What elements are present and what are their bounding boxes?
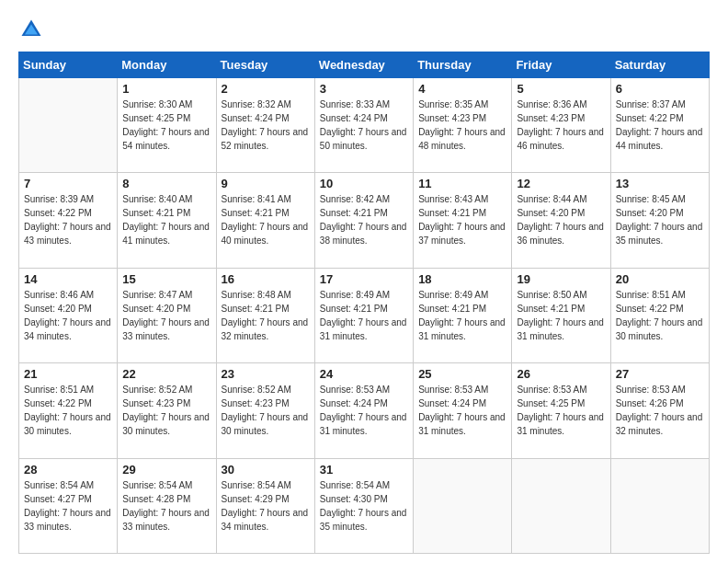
day-info: Sunrise: 8:53 AMSunset: 4:24 PMDaylight:… xyxy=(320,383,408,438)
day-number: 14 xyxy=(24,272,112,286)
day-info: Sunrise: 8:53 AMSunset: 4:26 PMDaylight:… xyxy=(616,383,704,438)
week-row-5: 28Sunrise: 8:54 AMSunset: 4:27 PMDayligh… xyxy=(19,458,710,553)
day-info: Sunrise: 8:30 AMSunset: 4:25 PMDaylight:… xyxy=(122,98,210,153)
day-cell xyxy=(512,458,610,553)
weekday-row: SundayMondayTuesdayWednesdayThursdayFrid… xyxy=(19,52,710,78)
day-cell: 21Sunrise: 8:51 AMSunset: 4:22 PMDayligh… xyxy=(19,363,118,458)
day-number: 10 xyxy=(320,177,408,190)
day-info: Sunrise: 8:43 AMSunset: 4:21 PMDaylight:… xyxy=(418,192,506,247)
day-number: 3 xyxy=(320,82,408,96)
day-number: 28 xyxy=(24,463,112,477)
weekday-header-tuesday: Tuesday xyxy=(216,52,314,78)
day-cell: 26Sunrise: 8:53 AMSunset: 4:25 PMDayligh… xyxy=(512,363,610,458)
day-number: 4 xyxy=(418,82,506,96)
weekday-header-sunday: Sunday xyxy=(19,52,118,78)
day-number: 15 xyxy=(122,272,210,286)
day-info: Sunrise: 8:46 AMSunset: 4:20 PMDaylight:… xyxy=(24,288,112,343)
day-cell: 31Sunrise: 8:54 AMSunset: 4:30 PMDayligh… xyxy=(314,458,413,553)
day-number: 27 xyxy=(616,367,704,381)
day-info: Sunrise: 8:47 AMSunset: 4:20 PMDaylight:… xyxy=(122,288,210,343)
day-info: Sunrise: 8:54 AMSunset: 4:27 PMDaylight:… xyxy=(24,478,112,534)
day-cell: 24Sunrise: 8:53 AMSunset: 4:24 PMDayligh… xyxy=(314,363,413,458)
day-number: 24 xyxy=(320,367,408,381)
day-info: Sunrise: 8:36 AMSunset: 4:23 PMDaylight:… xyxy=(517,98,605,153)
day-number: 9 xyxy=(222,177,310,190)
day-info: Sunrise: 8:49 AMSunset: 4:21 PMDaylight:… xyxy=(418,288,506,343)
day-cell: 7Sunrise: 8:39 AMSunset: 4:22 PMDaylight… xyxy=(19,173,118,268)
day-cell: 23Sunrise: 8:52 AMSunset: 4:23 PMDayligh… xyxy=(216,363,314,458)
day-info: Sunrise: 8:52 AMSunset: 4:23 PMDaylight:… xyxy=(222,383,310,438)
day-cell: 30Sunrise: 8:54 AMSunset: 4:29 PMDayligh… xyxy=(216,458,314,553)
day-info: Sunrise: 8:42 AMSunset: 4:21 PMDaylight:… xyxy=(320,192,408,247)
day-cell: 5Sunrise: 8:36 AMSunset: 4:23 PMDaylight… xyxy=(512,78,610,173)
day-number: 8 xyxy=(122,177,210,190)
day-info: Sunrise: 8:53 AMSunset: 4:25 PMDaylight:… xyxy=(517,383,605,438)
day-cell: 16Sunrise: 8:48 AMSunset: 4:21 PMDayligh… xyxy=(216,268,314,362)
day-info: Sunrise: 8:40 AMSunset: 4:21 PMDaylight:… xyxy=(122,192,210,247)
calendar-header: SundayMondayTuesdayWednesdayThursdayFrid… xyxy=(19,52,710,78)
weekday-header-saturday: Saturday xyxy=(610,52,709,78)
day-cell: 28Sunrise: 8:54 AMSunset: 4:27 PMDayligh… xyxy=(19,458,118,553)
day-number: 29 xyxy=(122,463,210,477)
day-info: Sunrise: 8:51 AMSunset: 4:22 PMDaylight:… xyxy=(616,288,704,343)
day-number: 18 xyxy=(418,272,506,286)
day-info: Sunrise: 8:54 AMSunset: 4:29 PMDaylight:… xyxy=(222,478,310,534)
weekday-header-friday: Friday xyxy=(512,52,610,78)
day-number: 2 xyxy=(222,82,310,96)
day-number: 20 xyxy=(616,272,704,286)
day-number: 1 xyxy=(122,82,210,96)
day-cell: 18Sunrise: 8:49 AMSunset: 4:21 PMDayligh… xyxy=(414,268,512,362)
day-number: 5 xyxy=(517,82,605,96)
day-info: Sunrise: 8:41 AMSunset: 4:21 PMDaylight:… xyxy=(222,192,310,247)
day-number: 26 xyxy=(517,367,605,381)
day-cell: 12Sunrise: 8:44 AMSunset: 4:20 PMDayligh… xyxy=(512,173,610,268)
day-number: 12 xyxy=(517,177,605,190)
day-number: 31 xyxy=(320,463,408,477)
day-number: 22 xyxy=(122,367,210,381)
logo xyxy=(18,17,48,42)
header xyxy=(18,17,710,42)
day-number: 13 xyxy=(616,177,704,190)
calendar-table: SundayMondayTuesdayWednesdayThursdayFrid… xyxy=(18,52,710,554)
day-number: 19 xyxy=(517,272,605,286)
weekday-header-thursday: Thursday xyxy=(414,52,512,78)
weekday-header-monday: Monday xyxy=(118,52,216,78)
day-info: Sunrise: 8:32 AMSunset: 4:24 PMDaylight:… xyxy=(222,98,310,153)
day-cell xyxy=(414,458,512,553)
day-number: 17 xyxy=(320,272,408,286)
weekday-header-wednesday: Wednesday xyxy=(314,52,413,78)
day-number: 21 xyxy=(24,367,112,381)
day-cell: 20Sunrise: 8:51 AMSunset: 4:22 PMDayligh… xyxy=(610,268,709,362)
day-number: 11 xyxy=(418,177,506,190)
day-info: Sunrise: 8:33 AMSunset: 4:24 PMDaylight:… xyxy=(320,98,408,153)
day-cell: 19Sunrise: 8:50 AMSunset: 4:21 PMDayligh… xyxy=(512,268,610,362)
day-cell: 1Sunrise: 8:30 AMSunset: 4:25 PMDaylight… xyxy=(118,78,216,173)
day-info: Sunrise: 8:48 AMSunset: 4:21 PMDaylight:… xyxy=(222,288,310,343)
day-cell: 13Sunrise: 8:45 AMSunset: 4:20 PMDayligh… xyxy=(610,173,709,268)
week-row-4: 21Sunrise: 8:51 AMSunset: 4:22 PMDayligh… xyxy=(19,363,710,458)
day-cell xyxy=(610,458,709,553)
day-number: 16 xyxy=(222,272,310,286)
day-info: Sunrise: 8:51 AMSunset: 4:22 PMDaylight:… xyxy=(24,383,112,438)
day-info: Sunrise: 8:44 AMSunset: 4:20 PMDaylight:… xyxy=(517,192,605,247)
day-info: Sunrise: 8:50 AMSunset: 4:21 PMDaylight:… xyxy=(517,288,605,343)
day-cell: 9Sunrise: 8:41 AMSunset: 4:21 PMDaylight… xyxy=(216,173,314,268)
day-cell: 8Sunrise: 8:40 AMSunset: 4:21 PMDaylight… xyxy=(118,173,216,268)
day-cell: 11Sunrise: 8:43 AMSunset: 4:21 PMDayligh… xyxy=(414,173,512,268)
day-cell: 10Sunrise: 8:42 AMSunset: 4:21 PMDayligh… xyxy=(314,173,413,268)
week-row-2: 7Sunrise: 8:39 AMSunset: 4:22 PMDaylight… xyxy=(19,173,710,268)
day-cell: 6Sunrise: 8:37 AMSunset: 4:22 PMDaylight… xyxy=(610,78,709,173)
day-info: Sunrise: 8:37 AMSunset: 4:22 PMDaylight:… xyxy=(616,98,704,153)
day-number: 7 xyxy=(24,177,112,190)
day-info: Sunrise: 8:35 AMSunset: 4:23 PMDaylight:… xyxy=(418,98,506,153)
page: SundayMondayTuesdayWednesdayThursdayFrid… xyxy=(0,0,728,563)
day-cell: 15Sunrise: 8:47 AMSunset: 4:20 PMDayligh… xyxy=(118,268,216,362)
day-cell: 3Sunrise: 8:33 AMSunset: 4:24 PMDaylight… xyxy=(314,78,413,173)
day-cell: 25Sunrise: 8:53 AMSunset: 4:24 PMDayligh… xyxy=(414,363,512,458)
day-number: 23 xyxy=(222,367,310,381)
day-cell: 27Sunrise: 8:53 AMSunset: 4:26 PMDayligh… xyxy=(610,363,709,458)
day-cell: 4Sunrise: 8:35 AMSunset: 4:23 PMDaylight… xyxy=(414,78,512,173)
day-cell: 2Sunrise: 8:32 AMSunset: 4:24 PMDaylight… xyxy=(216,78,314,173)
day-cell xyxy=(19,78,118,173)
day-cell: 22Sunrise: 8:52 AMSunset: 4:23 PMDayligh… xyxy=(118,363,216,458)
